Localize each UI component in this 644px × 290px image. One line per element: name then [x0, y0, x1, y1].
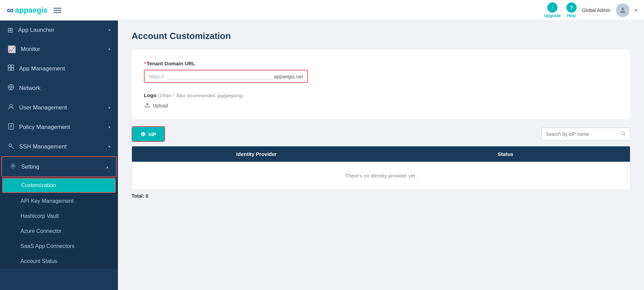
svg-point-0 [621, 8, 624, 10]
ssh-management-icon [8, 142, 14, 151]
logo-field-hint: (150px * 30px recommended, jpg/jpeg/png) [158, 93, 243, 98]
sidebar-label-policy-management: Policy Management [19, 124, 70, 131]
tenant-url-suffix: appaegis.net [274, 74, 303, 79]
submenu-item-customization[interactable]: Customization [2, 178, 116, 193]
main-content: Account Customization *Tenant Domain URL… [118, 21, 644, 290]
idp-table: Identity Provider Status There's no iden… [132, 146, 630, 190]
network-icon [8, 84, 14, 92]
topnav: ∞ appaegis ↑ Upgrade ? Help Global Admin… [0, 0, 644, 21]
sidebar-label-ssh-management: SSH Management [19, 143, 67, 150]
sidebar-item-monitor[interactable]: 📈 Monitor ▾ [0, 40, 118, 59]
logo-section: Logo (150px * 30px recommended, jpg/jpeg… [144, 92, 618, 110]
chevron-icon: ▾ [108, 47, 110, 52]
svg-rect-2 [11, 65, 14, 67]
user-name: Global Admin [582, 8, 611, 13]
sidebar-item-app-management[interactable]: App Management [0, 59, 118, 78]
help-label: Help [567, 13, 576, 18]
sidebar-item-network[interactable]: Network [0, 78, 118, 98]
monitor-icon: 📈 [8, 45, 16, 53]
sidebar-label-app-launcher: App Launcher [18, 27, 54, 34]
app-launcher-icon: ⊞ [8, 26, 13, 34]
user-management-icon [8, 103, 14, 112]
sidebar-item-app-launcher[interactable]: ⊞ App Launcher ▾ [0, 21, 118, 40]
submenu-item-azure-connector[interactable]: Azure Connector [0, 224, 118, 239]
submenu-item-saas-app-connectors[interactable]: SaaS App Connectors [0, 239, 118, 254]
svg-point-16 [9, 144, 12, 147]
upgrade-button[interactable]: ↑ Upgrade [544, 2, 561, 18]
topnav-left: ∞ appaegis [7, 5, 61, 16]
search-icon [620, 131, 626, 137]
upgrade-icon: ↑ [547, 2, 558, 13]
logo: ∞ appaegis [7, 5, 48, 16]
add-idp-button[interactable]: ⊕ IdP [132, 126, 165, 142]
add-idp-plus-icon: ⊕ [140, 130, 146, 138]
table-empty-message: There's no identity provider yet. [132, 162, 630, 189]
table-body: There's no identity provider yet. [132, 162, 630, 189]
sidebar-item-ssh-management[interactable]: SSH Management ▾ [0, 137, 118, 156]
svg-point-6 [10, 86, 12, 88]
tenant-url-prefix: https:// [149, 74, 164, 79]
logo-infinity-icon: ∞ [7, 5, 13, 16]
svg-point-11 [10, 104, 12, 107]
logo-app: app [15, 6, 28, 14]
sidebar-label-app-management: App Management [19, 65, 65, 72]
sidebar-item-user-management[interactable]: User Management ▾ [0, 98, 118, 117]
chevron-icon: ▾ [108, 144, 110, 149]
layout: ⊞ App Launcher ▾ 📈 Monitor ▾ App Managem… [0, 21, 644, 290]
sidebar: ⊞ App Launcher ▾ 📈 Monitor ▾ App Managem… [0, 21, 118, 290]
chevron-icon: ▾ [108, 28, 110, 32]
svg-rect-3 [8, 68, 11, 70]
svg-point-19 [621, 132, 625, 135]
sidebar-label-monitor: Monitor [21, 46, 40, 53]
tenant-domain-label: *Tenant Domain URL [144, 61, 618, 66]
required-mark: * [144, 61, 146, 66]
upload-icon [144, 101, 151, 110]
user-menu-chevron[interactable]: ▾ [635, 8, 637, 13]
app-management-icon [8, 64, 14, 73]
idp-search-input[interactable] [546, 131, 618, 137]
svg-rect-1 [8, 65, 11, 67]
submenu-item-api-key-management[interactable]: API Key Management [0, 194, 118, 209]
sidebar-label-user-management: User Management [19, 104, 67, 111]
sidebar-label-network: Network [19, 85, 40, 92]
sidebar-label-setting: Setting [21, 163, 39, 170]
logo-aegis: aegis [28, 6, 48, 14]
hamburger-button[interactable] [54, 8, 61, 13]
sidebar-item-setting[interactable]: Setting ▴ [1, 156, 117, 177]
logo-text: appaegis [15, 6, 48, 15]
avatar[interactable] [616, 3, 630, 17]
idp-section: ⊕ IdP Identity Provider Status There's n… [132, 126, 630, 199]
table-total: Total: 0 [132, 193, 630, 199]
policy-management-icon [8, 123, 14, 131]
submenu-item-account-status[interactable]: Account Status [0, 254, 118, 269]
upload-button[interactable]: Upload [144, 101, 618, 110]
idp-toolbar: ⊕ IdP [132, 126, 630, 142]
tenant-domain-input-wrapper[interactable]: https:// appaegis.net [144, 70, 308, 83]
logo-field-label: Logo [144, 92, 157, 98]
upgrade-label: Upgrade [544, 13, 561, 18]
svg-rect-4 [11, 68, 14, 70]
tenant-domain-input[interactable] [166, 73, 272, 79]
svg-line-20 [624, 134, 626, 136]
upload-label: Upload [153, 103, 168, 108]
help-button[interactable]: ? Help [566, 2, 577, 18]
page-title: Account Customization [132, 31, 630, 41]
table-header: Identity Provider Status [132, 146, 630, 162]
submenu-item-hashicorp-vault[interactable]: Hashicorp Vault [0, 209, 118, 224]
setting-submenu: Customization API Key Management Hashico… [0, 177, 118, 269]
svg-point-18 [12, 165, 14, 167]
idp-search-box[interactable] [541, 128, 630, 141]
chevron-icon: ▾ [108, 105, 110, 110]
add-idp-label: IdP [148, 131, 156, 137]
col-identity-provider: Identity Provider [132, 146, 381, 162]
topnav-right: ↑ Upgrade ? Help Global Admin ▾ [544, 2, 637, 18]
sidebar-item-policy-management[interactable]: Policy Management ▾ [0, 117, 118, 137]
col-status: Status [381, 146, 630, 162]
chevron-icon: ▾ [108, 125, 110, 130]
chevron-icon: ▴ [106, 164, 108, 169]
customization-card: *Tenant Domain URL https:// appaegis.net… [132, 50, 630, 119]
help-icon: ? [566, 2, 577, 13]
setting-icon [10, 162, 16, 171]
